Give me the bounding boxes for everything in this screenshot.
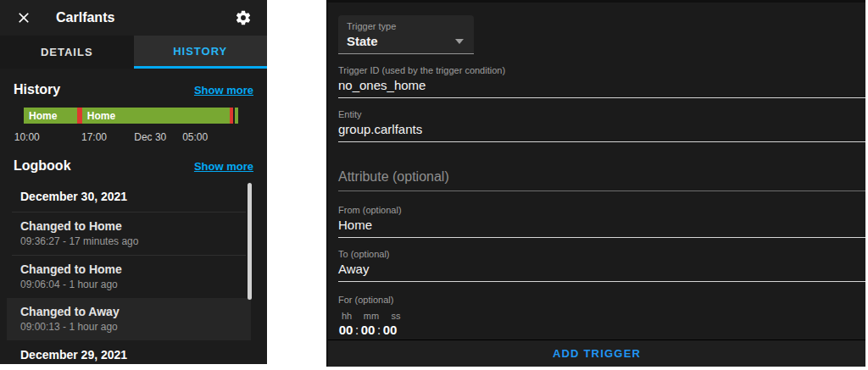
logbook-date-header: December 29, 2021 [7, 340, 251, 370]
chevron-down-icon [455, 39, 464, 44]
trigger-type-value: State [347, 34, 378, 48]
timeline-state-label: Home [87, 110, 115, 122]
duration-input: hh mm ss 00:00:00 [338, 311, 865, 341]
tab-bar: DETAILS HISTORY [0, 36, 267, 69]
history-timeline: HomeHome 10:0017:00Dec 3005:00 [24, 108, 238, 145]
logbook-entry[interactable]: Changed to Home 09:06:04 - 1 hour ago [7, 256, 251, 298]
trigger-editor-panel: Trigger type State Trigger ID (used by t… [326, 0, 865, 367]
logbook-entry-title: Changed to Home [20, 262, 237, 276]
logbook-heading: Logbook [14, 158, 71, 174]
timeline-segment-home[interactable]: Home [82, 108, 231, 124]
logbook-entry-time: 09:00:13 - 1 hour ago [20, 321, 237, 333]
entity-title: Carlfants [56, 10, 233, 25]
logbook-entry[interactable]: Changed to Home 09:36:27 - 17 minutes ag… [7, 213, 251, 255]
timeline-state-label: Home [29, 110, 57, 122]
history-heading: History [14, 82, 60, 97]
history-timeline-axis: 10:0017:00Dec 3005:00 [24, 131, 238, 145]
trigger-id-input[interactable]: no_ones_home [338, 75, 865, 98]
attribute-field: Attribute (optional) [338, 168, 865, 191]
to-input[interactable]: Away [338, 259, 865, 282]
entity-field: Entity group.carlfants [338, 109, 865, 142]
timeline-segment-home[interactable] [235, 108, 238, 124]
logbook-entry-title: Changed to Away [20, 305, 237, 318]
panel-footer: ADD TRIGGER [328, 340, 865, 367]
gear-icon[interactable] [233, 8, 253, 28]
timeline-axis-tick: 17:00 [81, 131, 107, 143]
attribute-input[interactable]: Attribute (optional) [338, 168, 865, 191]
history-show-more-link[interactable]: Show more [194, 84, 253, 97]
logbook-scrollbar[interactable] [248, 183, 252, 300]
entity-input[interactable]: group.carlfants [338, 119, 865, 142]
tab-history[interactable]: HISTORY [134, 36, 268, 69]
history-timeline-bar[interactable]: HomeHome [24, 108, 238, 124]
duration-separator: : [353, 323, 360, 337]
duration-seconds-input[interactable]: 00 [382, 323, 398, 337]
trigger-id-label: Trigger ID (used by the trigger conditio… [338, 65, 865, 75]
timeline-segment-home[interactable]: Home [24, 108, 77, 124]
dialog-header: Carlfants [0, 0, 267, 36]
logbook-show-more-link[interactable]: Show more [194, 160, 253, 173]
entity-label: Entity [338, 109, 865, 119]
trigger-type-label: Trigger type [347, 21, 465, 31]
timeline-axis-tick: 10:00 [14, 131, 40, 143]
logbook-entry[interactable]: Changed to Away 09:00:13 - 1 hour ago [7, 298, 251, 340]
dialog-content: History Show more HomeHome 10:0017:00Dec… [0, 82, 267, 370]
trigger-id-field: Trigger ID (used by the trigger conditio… [338, 65, 865, 98]
duration-separator: : [376, 323, 382, 337]
from-label: From (optional) [338, 205, 865, 215]
from-input[interactable]: Home [338, 215, 865, 238]
logbook-list: December 30, 2021 Changed to Home 09:36:… [7, 182, 251, 370]
logbook-entry-time: 09:36:27 - 17 minutes ago [20, 235, 237, 247]
duration-unit-ss: ss [387, 311, 404, 321]
logbook-entry-time: 09:06:04 - 1 hour ago [20, 279, 237, 290]
entity-dialog: Carlfants DETAILS HISTORY History Show m… [0, 0, 267, 364]
duration-minutes-input[interactable]: 00 [360, 323, 376, 337]
duration-hours-input[interactable]: 00 [338, 323, 353, 337]
duration-unit-mm: mm [363, 311, 380, 321]
close-icon[interactable] [14, 8, 34, 28]
logbook-entry-title: Changed to Home [20, 219, 237, 233]
timeline-axis-tick: Dec 30 [134, 131, 166, 143]
duration-unit-hh: hh [338, 311, 355, 321]
tab-details[interactable]: DETAILS [0, 36, 134, 69]
timeline-axis-tick: 05:00 [182, 131, 208, 143]
to-field: To (optional) Away [338, 249, 865, 282]
to-label: To (optional) [338, 249, 865, 259]
from-field: From (optional) Home [338, 205, 865, 238]
add-trigger-button[interactable]: ADD TRIGGER [553, 347, 641, 360]
for-label: For (optional) [338, 295, 865, 305]
trigger-type-select[interactable]: Trigger type State [338, 15, 474, 54]
logbook-date-header: December 30, 2021 [7, 182, 251, 212]
